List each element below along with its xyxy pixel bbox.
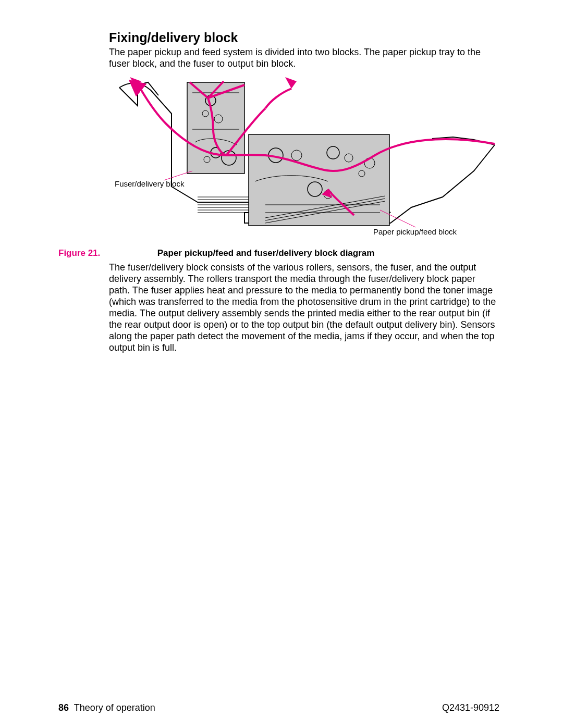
figure-caption: Paper pickup/feed and fuser/delivery blo… [157, 248, 375, 258]
footer-section: Theory of operation [74, 702, 155, 713]
svg-rect-14 [249, 134, 389, 226]
svg-marker-27 [285, 77, 297, 89]
page: Fixing/delivery block The paper pickup a… [0, 0, 563, 728]
section-heading: Fixing/delivery block [109, 30, 238, 45]
figure-number: Figure 21. [58, 248, 155, 258]
body-paragraph: The fuser/delivery block consists of the… [109, 262, 497, 354]
footer-doc-id: Q2431-90912 [442, 702, 499, 713]
paper-pickup-label: Paper pickup/feed block [373, 227, 457, 236]
fuser-delivery-label: Fuser/delivery block [115, 179, 184, 188]
page-number: 86 [58, 702, 69, 713]
intro-paragraph: The paper pickup and feed system is divi… [109, 47, 495, 70]
diagram-figure [109, 77, 495, 244]
footer-left: 86 Theory of operation [58, 702, 155, 713]
printer-diagram-svg [109, 77, 495, 233]
figure-caption-row: Figure 21. Paper pickup/feed and fuser/d… [58, 248, 496, 258]
